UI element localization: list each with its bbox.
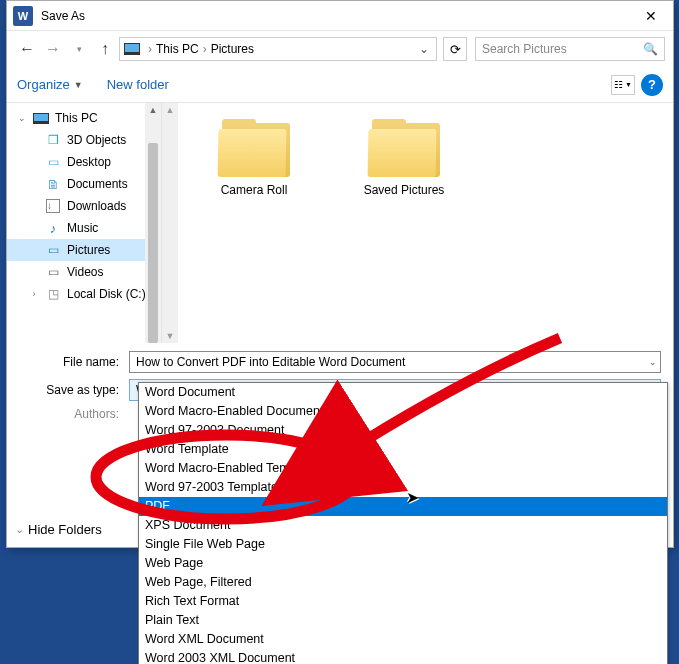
hide-folders-label: Hide Folders	[28, 522, 102, 537]
type-option-rich-text-format[interactable]: Rich Text Format	[139, 592, 667, 611]
tree-this-pc[interactable]: ⌄ This PC	[7, 107, 161, 129]
type-option-word-2003-xml-document[interactable]: Word 2003 XML Document	[139, 649, 667, 664]
window-title: Save As	[41, 9, 628, 23]
chevron-right-icon: ›	[201, 42, 209, 56]
type-option-word-xml-document[interactable]: Word XML Document	[139, 630, 667, 649]
tree-item-desktop[interactable]: Desktop	[7, 151, 161, 173]
tree-item-3d-objects[interactable]: 3D Objects	[7, 129, 161, 151]
music-icon	[45, 221, 61, 235]
tree-item-label: Videos	[67, 265, 103, 279]
tree-item-label: Documents	[67, 177, 128, 191]
search-placeholder: Search Pictures	[482, 42, 643, 56]
tree-item-label: Pictures	[67, 243, 110, 257]
save-as-type-label: Save as type:	[19, 383, 129, 397]
up-button[interactable]: ↑	[93, 37, 117, 61]
word-icon: W	[13, 6, 33, 26]
type-option-word-template[interactable]: Word Template	[139, 440, 667, 459]
tree-item-local-disk-c-[interactable]: ›Local Disk (C:)	[7, 283, 161, 305]
tree-item-label: Local Disk (C:)	[67, 287, 146, 301]
type-option-word-macro-enabled-document[interactable]: Word Macro-Enabled Document	[139, 402, 667, 421]
toolbar: Organize ▼ New folder ☷▼ ?	[7, 67, 673, 103]
folder-tree: ▲ ⌄ This PC 3D ObjectsDesktopDocumentsDo…	[7, 103, 162, 343]
forward-button[interactable]: →	[41, 37, 65, 61]
type-option-web-page-filtered[interactable]: Web Page, Filtered	[139, 573, 667, 592]
breadcrumb-this-pc[interactable]: This PC	[156, 42, 199, 56]
type-option-xps-document[interactable]: XPS Document	[139, 516, 667, 535]
chevron-down-icon: ⌄	[649, 357, 657, 367]
tree-item-label: Downloads	[67, 199, 126, 213]
search-input[interactable]: Search Pictures 🔍	[475, 37, 665, 61]
folder-camera-roll[interactable]: Camera Roll	[204, 119, 304, 197]
disk-icon	[45, 287, 61, 301]
pc-icon	[33, 113, 49, 124]
chevron-down-icon: ⌄	[15, 523, 24, 536]
tree-item-pictures[interactable]: Pictures	[7, 239, 161, 261]
folder-label: Saved Pictures	[354, 183, 454, 197]
tree-item-label: Music	[67, 221, 98, 235]
type-option-word-macro-enabled-template[interactable]: Word Macro-Enabled Template	[139, 459, 667, 478]
tree-item-label: Desktop	[67, 155, 111, 169]
back-button[interactable]: ←	[15, 37, 39, 61]
dl-icon	[45, 199, 61, 213]
address-bar[interactable]: › This PC › Pictures ⌄	[119, 37, 437, 61]
save-as-type-dropdown[interactable]: Word DocumentWord Macro-Enabled Document…	[138, 382, 668, 664]
recent-dropdown[interactable]: ▾	[67, 37, 91, 61]
type-option-word-document[interactable]: Word Document	[139, 383, 667, 402]
pc-icon	[124, 43, 140, 55]
titlebar: W Save As ✕	[7, 1, 673, 31]
address-dropdown-icon[interactable]: ⌄	[416, 42, 432, 56]
folder-icon	[368, 119, 440, 177]
tree-item-label: 3D Objects	[67, 133, 126, 147]
type-option-pdf[interactable]: PDF	[139, 497, 667, 516]
help-button[interactable]: ?	[641, 74, 663, 96]
tree-item-documents[interactable]: Documents	[7, 173, 161, 195]
type-option-single-file-web-page[interactable]: Single File Web Page	[139, 535, 667, 554]
chevron-right-icon: ›	[146, 42, 154, 56]
tree-scrollbar[interactable]: ▲	[145, 103, 161, 343]
new-folder-button[interactable]: New folder	[107, 77, 169, 92]
folder-label: Camera Roll	[204, 183, 304, 197]
doc-icon	[45, 177, 61, 191]
folder-saved-pictures[interactable]: Saved Pictures	[354, 119, 454, 197]
filename-input[interactable]: How to Convert PDF into Editable Word Do…	[129, 351, 661, 373]
search-icon: 🔍	[643, 42, 658, 56]
file-view[interactable]: ▲▼ Camera RollSaved Pictures	[162, 103, 673, 343]
type-option-web-page[interactable]: Web Page	[139, 554, 667, 573]
organize-label: Organize	[17, 77, 70, 92]
tree-item-videos[interactable]: Videos	[7, 261, 161, 283]
close-button[interactable]: ✕	[628, 1, 673, 31]
view-options-button[interactable]: ☷▼	[611, 75, 635, 95]
hide-folders-toggle[interactable]: ⌄ Hide Folders	[15, 522, 102, 537]
tree-root-label: This PC	[55, 111, 98, 125]
breadcrumb-pictures[interactable]: Pictures	[211, 42, 254, 56]
tree-item-downloads[interactable]: Downloads	[7, 195, 161, 217]
caret-right-icon: ›	[29, 289, 39, 299]
vid-icon	[45, 265, 61, 279]
content-scrollbar[interactable]: ▲▼	[162, 103, 178, 343]
tree-item-music[interactable]: Music	[7, 217, 161, 239]
refresh-button[interactable]: ⟳	[443, 37, 467, 61]
authors-label: Authors:	[19, 407, 129, 421]
chevron-down-icon: ▼	[74, 80, 83, 90]
cube-icon	[45, 133, 61, 147]
nav-row: ← → ▾ ↑ › This PC › Pictures ⌄ ⟳ Search …	[7, 31, 673, 67]
new-folder-label: New folder	[107, 77, 169, 92]
folder-icon	[218, 119, 290, 177]
filename-label: File name:	[19, 355, 129, 369]
type-option-word-97-2003-template[interactable]: Word 97-2003 Template	[139, 478, 667, 497]
caret-down-icon: ⌄	[17, 113, 27, 123]
organize-menu[interactable]: Organize ▼	[17, 77, 83, 92]
pic-icon	[45, 243, 61, 257]
type-option-plain-text[interactable]: Plain Text	[139, 611, 667, 630]
filename-value: How to Convert PDF into Editable Word Do…	[136, 355, 405, 369]
desk-icon	[45, 155, 61, 169]
type-option-word-97-2003-document[interactable]: Word 97-2003 Document	[139, 421, 667, 440]
